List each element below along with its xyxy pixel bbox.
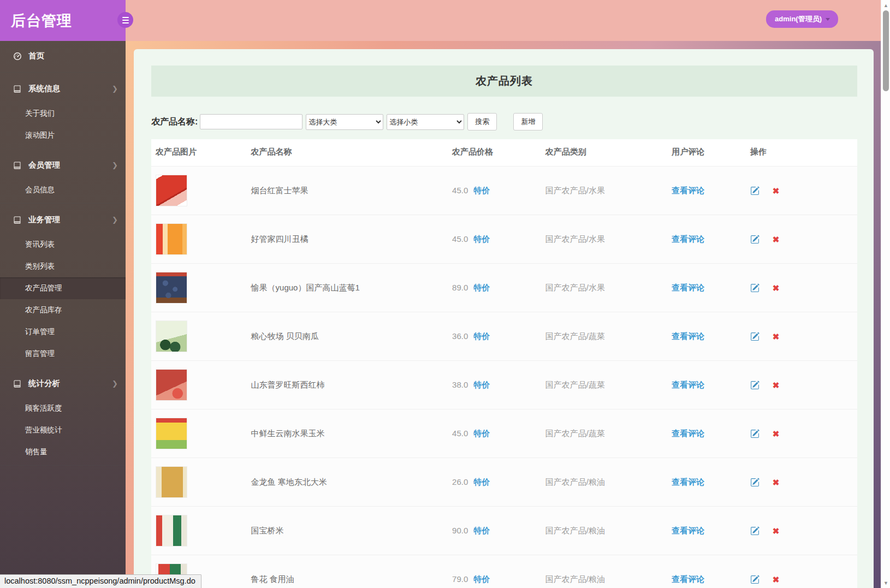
- col-header-actions: 操作: [746, 139, 857, 167]
- sidebar-subitem[interactable]: 资讯列表: [0, 234, 126, 256]
- view-comments-link[interactable]: 查看评论: [672, 429, 704, 438]
- sidebar-item-label: 农产品库存: [25, 305, 62, 315]
- view-comments-link[interactable]: 查看评论: [672, 331, 704, 341]
- col-header-name: 农产品名称: [247, 139, 448, 167]
- dashboard-icon: [13, 51, 22, 61]
- sidebar-subitem[interactable]: 销售量: [0, 441, 126, 463]
- special-price-tag: 特价: [473, 331, 490, 341]
- chevron-right-icon: ❯: [112, 85, 118, 93]
- sidebar-item[interactable]: 业务管理 ❯: [0, 206, 126, 234]
- chevron-right-icon: ❯: [112, 379, 118, 388]
- view-comments-link[interactable]: 查看评论: [672, 477, 704, 486]
- scroll-down-arrow-icon[interactable]: ▼: [881, 578, 890, 587]
- sidebar-subitem[interactable]: 营业额统计: [0, 419, 126, 441]
- menu-toggle-button[interactable]: [117, 12, 133, 28]
- book-icon: [13, 84, 22, 93]
- product-category: 国产农产品/水果: [541, 264, 667, 312]
- product-name-label: 农产品名称:: [151, 116, 198, 128]
- product-row: 愉果（yuguo）国产高山蓝莓1 89.0 特价 国产农产品/水果 查看评论 ✖: [151, 264, 857, 312]
- edit-icon[interactable]: [750, 381, 760, 390]
- delete-icon[interactable]: ✖: [773, 235, 780, 245]
- sidebar-item-label: 销售量: [25, 447, 48, 457]
- special-price-tag: 特价: [473, 477, 490, 486]
- sidebar-item[interactable]: 会员管理 ❯: [0, 151, 126, 179]
- delete-icon[interactable]: ✖: [773, 381, 780, 390]
- special-price-tag: 特价: [473, 429, 490, 438]
- sidebar-item[interactable]: 统计分析 ❯: [0, 370, 126, 397]
- major-category-select[interactable]: 选择大类: [306, 114, 383, 130]
- view-comments-link[interactable]: 查看评论: [672, 574, 704, 584]
- delete-icon[interactable]: ✖: [773, 429, 780, 439]
- product-list-card: 农产品列表 农产品名称: 选择大类 选择小类 搜索 新增: [134, 49, 874, 588]
- sidebar-item[interactable]: 首页 ❯: [0, 42, 126, 70]
- user-menu-button[interactable]: admin(管理员): [766, 10, 838, 28]
- sidebar-subitem[interactable]: 会员信息: [0, 179, 126, 201]
- page-title: 农产品列表: [476, 74, 533, 88]
- app-window: 后台管理 首页 ❯ 系统信息 ❯ 关于我们 滚动图片 会员管理 ❯ 会员信息: [0, 0, 890, 588]
- edit-icon[interactable]: [750, 575, 760, 584]
- hamburger-icon: [122, 17, 129, 18]
- topbar: admin(管理员): [126, 0, 881, 41]
- sidebar-subitem[interactable]: 类别列表: [0, 256, 126, 277]
- view-comments-link[interactable]: 查看评论: [672, 186, 704, 195]
- view-comments-link[interactable]: 查看评论: [672, 234, 704, 243]
- edit-icon[interactable]: [750, 283, 760, 293]
- status-url-tooltip: localhost:8080/ssm_ncppeisong/admin/prod…: [0, 574, 201, 588]
- product-price: 90.0: [452, 526, 468, 535]
- add-button[interactable]: 新增: [513, 113, 543, 130]
- sidebar-item-label: 系统信息: [28, 84, 60, 94]
- delete-icon[interactable]: ✖: [773, 332, 780, 342]
- sidebar-subitem[interactable]: 订单管理: [0, 321, 126, 343]
- special-price-tag: 特价: [473, 526, 490, 535]
- scrollbar-thumb[interactable]: [883, 10, 889, 91]
- special-price-tag: 特价: [473, 380, 490, 389]
- delete-icon[interactable]: ✖: [773, 478, 780, 488]
- sidebar-item-label: 农产品管理: [25, 283, 62, 293]
- sidebar-subitem[interactable]: 顾客活跃度: [0, 397, 126, 419]
- product-image: [156, 418, 187, 449]
- product-image: [156, 369, 187, 401]
- col-header-image: 农产品图片: [151, 139, 247, 167]
- delete-icon[interactable]: ✖: [773, 526, 780, 536]
- edit-icon[interactable]: [750, 235, 760, 244]
- view-comments-link[interactable]: 查看评论: [672, 380, 704, 389]
- sidebar-divider: [0, 367, 126, 367]
- sidebar-subitem[interactable]: 农产品管理: [0, 277, 126, 299]
- sidebar-divider: [0, 203, 126, 204]
- sidebar-subitem[interactable]: 滚动图片: [0, 124, 126, 146]
- edit-icon[interactable]: [750, 526, 760, 536]
- product-price: 89.0: [452, 283, 468, 292]
- sidebar-subitem[interactable]: 农产品库存: [0, 299, 126, 321]
- delete-icon[interactable]: ✖: [773, 283, 780, 293]
- minor-category-select[interactable]: 选择小类: [387, 114, 464, 130]
- delete-icon[interactable]: ✖: [773, 575, 780, 585]
- sidebar-subitem[interactable]: 留言管理: [0, 343, 126, 365]
- book-icon: [13, 379, 22, 388]
- col-header-category: 农产品类别: [541, 139, 667, 167]
- edit-icon[interactable]: [750, 429, 760, 438]
- edit-icon[interactable]: [750, 186, 760, 195]
- search-button[interactable]: 搜索: [467, 113, 497, 130]
- product-image: [156, 320, 187, 352]
- product-price: 45.0: [452, 186, 468, 195]
- product-name-input[interactable]: [200, 114, 302, 129]
- edit-icon[interactable]: [750, 478, 760, 487]
- sidebar-divider: [0, 149, 126, 149]
- product-category: 国产农产品/粮油: [541, 555, 667, 588]
- edit-icon[interactable]: [750, 332, 760, 341]
- main-area: admin(管理员) 农产品列表 农产品名称: 选择大类 选择小类: [126, 0, 881, 588]
- product-row: 好管家四川丑橘 45.0 特价 国产农产品/水果 查看评论 ✖: [151, 215, 857, 264]
- product-category: 国产农产品/蔬菜: [541, 361, 667, 409]
- view-comments-link[interactable]: 查看评论: [672, 526, 704, 535]
- product-row: 山东普罗旺斯西红柿 38.0 特价 国产农产品/蔬菜 查看评论 ✖: [151, 361, 857, 409]
- product-price: 38.0: [452, 380, 468, 389]
- scroll-up-arrow-icon[interactable]: ▲: [881, 1, 890, 10]
- view-comments-link[interactable]: 查看评论: [672, 283, 704, 292]
- delete-icon[interactable]: ✖: [773, 186, 780, 196]
- sidebar-item-label: 会员管理: [28, 160, 60, 170]
- scrollbar[interactable]: ▲ ▼: [881, 0, 890, 588]
- sidebar-item[interactable]: 系统信息 ❯: [0, 75, 126, 103]
- special-price-tag: 特价: [473, 283, 490, 292]
- sidebar-subitem[interactable]: 关于我们: [0, 103, 126, 124]
- product-row: 国宝桥米 90.0 特价 国产农产品/粮油 查看评论 ✖: [151, 507, 857, 555]
